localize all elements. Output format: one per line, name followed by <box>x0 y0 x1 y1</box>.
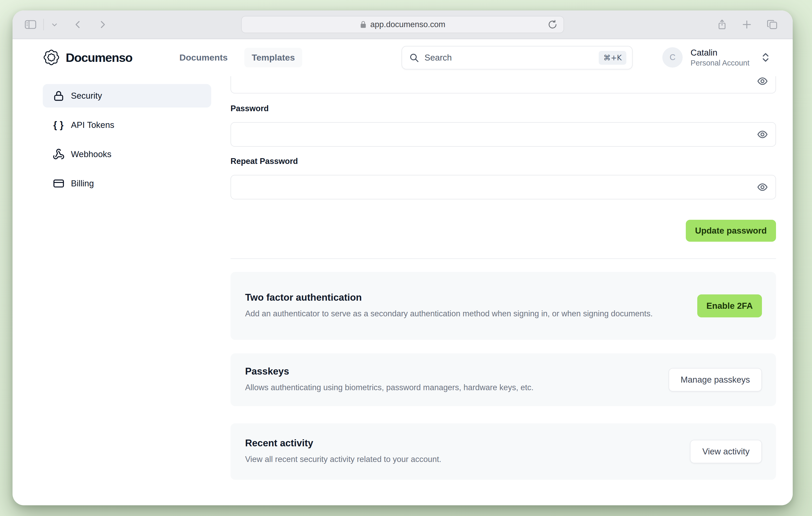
repeat-password-label: Repeat Password <box>231 157 298 166</box>
main-nav: Documents Templates <box>172 39 302 76</box>
enable-2fa-button[interactable]: Enable 2FA <box>697 294 762 317</box>
passkeys-card: Passkeys Allows authenticating using bio… <box>231 353 776 406</box>
sidebar-item-billing[interactable]: Billing <box>43 172 211 195</box>
eye-icon[interactable] <box>757 129 768 140</box>
sidebar-item-label: API Tokens <box>71 120 114 130</box>
recent-activity-card: Recent activity View all recent security… <box>231 423 776 480</box>
app-header: Documenso Documents Templates ⌘+K C Cata… <box>12 39 793 76</box>
security-settings-content: Password Repeat Password Update password <box>231 76 776 505</box>
chevron-down-icon[interactable] <box>51 21 58 28</box>
search-icon <box>409 52 419 63</box>
forward-icon[interactable] <box>97 19 108 30</box>
sidebar-toggle-icon[interactable] <box>25 19 36 30</box>
toolbar-divider <box>43 19 44 30</box>
back-icon[interactable] <box>73 19 83 30</box>
tab-overview-icon[interactable] <box>766 19 778 30</box>
settings-sidebar: Security { } API Tokens Webhooks <box>43 84 211 195</box>
manage-passkeys-button[interactable]: Manage passkeys <box>669 368 762 391</box>
section-title: Recent activity <box>245 438 441 449</box>
braces-icon: { } <box>53 119 65 131</box>
section-title: Two factor authentication <box>245 292 653 303</box>
account-type: Personal Account <box>691 58 749 67</box>
nav-documents[interactable]: Documents <box>172 48 235 67</box>
browser-toolbar: app.documenso.com <box>12 10 793 39</box>
brand[interactable]: Documenso <box>43 39 133 76</box>
password-input[interactable] <box>231 123 776 146</box>
section-description: Allows authenticating using biometrics, … <box>245 382 533 394</box>
page-body: Security { } API Tokens Webhooks <box>12 76 793 505</box>
documenso-logo-icon <box>43 49 60 66</box>
account-menu[interactable]: C Catalin Personal Account <box>662 39 770 76</box>
brand-name: Documenso <box>66 50 133 65</box>
section-title: Passkeys <box>245 366 533 377</box>
reload-icon[interactable] <box>547 19 558 30</box>
sidebar-item-label: Billing <box>71 179 94 188</box>
view-activity-button[interactable]: View activity <box>690 440 762 463</box>
password-field[interactable] <box>231 122 776 147</box>
sidebar-item-label: Security <box>71 91 102 101</box>
sidebar-item-label: Webhooks <box>71 149 111 159</box>
webhook-icon <box>53 148 65 160</box>
nav-templates[interactable]: Templates <box>244 48 302 67</box>
sidebar-item-api-tokens[interactable]: { } API Tokens <box>43 113 211 137</box>
sidebar-item-webhooks[interactable]: Webhooks <box>43 142 211 166</box>
share-icon[interactable] <box>717 19 727 30</box>
address-bar[interactable]: app.documenso.com <box>241 16 564 33</box>
section-description: View all recent security activity relate… <box>245 453 441 466</box>
search-bar[interactable]: ⌘+K <box>402 46 633 70</box>
password-label: Password <box>231 104 268 113</box>
section-divider <box>231 259 776 259</box>
sidebar-item-security[interactable]: Security <box>43 84 211 108</box>
current-password-input[interactable] <box>231 76 776 93</box>
current-password-field[interactable] <box>231 76 776 93</box>
credit-card-icon <box>53 178 65 189</box>
new-tab-icon[interactable] <box>741 19 753 30</box>
two-factor-text: Two factor authentication Add an authent… <box>245 292 653 320</box>
page-lock-icon <box>360 21 367 28</box>
eye-icon[interactable] <box>757 76 768 87</box>
update-password-button[interactable]: Update password <box>686 220 776 242</box>
section-description: Add an authenticator to serve as a secon… <box>245 308 653 320</box>
repeat-password-input[interactable] <box>231 175 776 199</box>
passkeys-text: Passkeys Allows authenticating using bio… <box>245 366 533 394</box>
lock-icon <box>53 90 65 102</box>
search-input[interactable] <box>425 53 599 63</box>
account-name: Catalin <box>691 47 749 58</box>
avatar: C <box>662 47 683 67</box>
chevron-up-down-icon <box>761 52 770 63</box>
url-text: app.documenso.com <box>370 20 445 29</box>
eye-icon[interactable] <box>757 182 768 193</box>
recent-activity-text: Recent activity View all recent security… <box>245 438 441 466</box>
repeat-password-field[interactable] <box>231 175 776 199</box>
browser-window: app.documenso.com <box>12 10 793 505</box>
search-shortcut-badge: ⌘+K <box>599 51 626 65</box>
two-factor-card: Two factor authentication Add an authent… <box>231 272 776 340</box>
